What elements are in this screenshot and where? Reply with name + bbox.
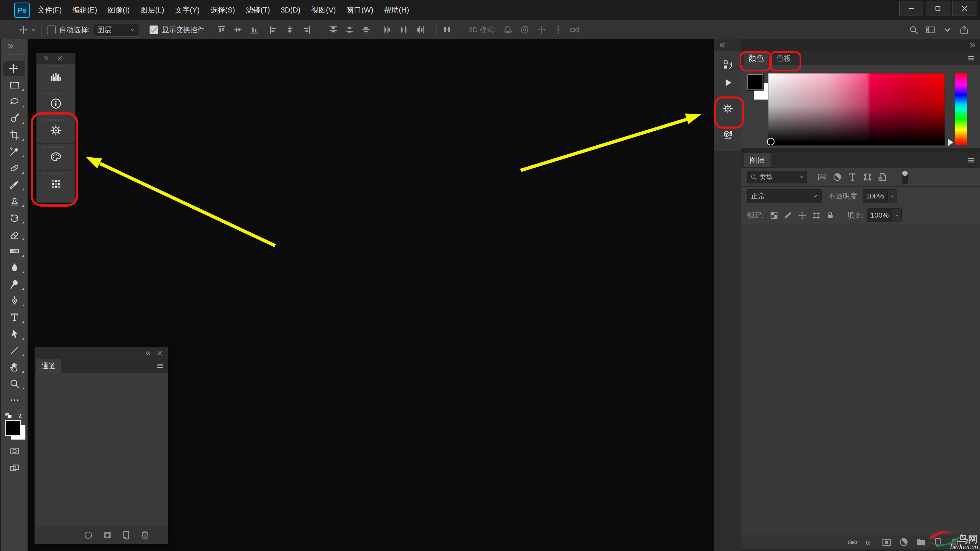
menu-item-1[interactable]: 编辑(E) [67,0,103,20]
menu-item-2[interactable]: 图像(I) [103,0,135,20]
align-vcenter-icon[interactable] [233,25,243,35]
float-close-icon[interactable] [56,55,63,62]
eyedropper-tool[interactable] [1,143,27,160]
actions-play-icon[interactable] [722,77,733,88]
show-transform-checkbox[interactable] [150,25,158,34]
histogram-icon[interactable] [37,64,75,90]
pen-tool[interactable] [1,292,27,309]
new-page-icon[interactable] [932,537,943,548]
channels-close-icon[interactable] [156,350,163,357]
adj-circle-icon[interactable] [832,172,842,182]
ellipsis[interactable] [1,392,27,408]
gradient-tool[interactable] [1,243,27,259]
tab-color[interactable]: 颜色 [744,51,768,65]
workspace-icon[interactable] [925,25,935,35]
dist-vcenter-icon[interactable] [345,25,355,35]
blur-tool[interactable] [1,259,27,276]
layers-list[interactable] [741,224,980,535]
color-panel-menu-icon[interactable] [967,54,975,62]
default-colors-icon[interactable] [4,411,13,420]
load-selection-icon[interactable] [83,530,94,541]
toolbar-expand-icon[interactable] [6,42,14,50]
quick-mask-button[interactable] [9,446,21,456]
menu-item-9[interactable]: 窗口(W) [341,0,379,20]
color-picker-cursor[interactable] [767,138,775,145]
align-left-icon[interactable] [269,25,279,35]
saturation-field[interactable] [768,73,945,146]
save-selection-icon[interactable] [102,530,113,541]
hand-tool[interactable] [1,359,27,375]
adj-half-icon[interactable] [898,537,909,548]
menu-item-3[interactable]: 图层(L) [135,0,169,20]
tab-layers[interactable]: 图层 [744,153,770,167]
dist-bottom-icon[interactable] [361,25,371,35]
tab-swatches[interactable]: 色板 [771,51,797,65]
search-icon[interactable] [908,25,919,35]
panel-expand-icon[interactable] [968,41,976,49]
photo-icon[interactable] [817,172,827,182]
maximize-button[interactable] [926,1,950,16]
trash-icon[interactable] [950,537,961,548]
tool-preset-chevron-icon[interactable] [30,27,36,33]
menu-item-7[interactable]: 3D(D) [275,0,306,20]
move-tool[interactable] [1,60,27,77]
lasso-tool[interactable] [1,94,27,110]
dist-right-icon[interactable] [415,25,425,35]
helm-icon[interactable] [37,117,75,144]
hue-strip[interactable] [955,73,967,145]
dist-top-icon[interactable] [328,25,339,35]
fill-dropdown-button[interactable] [892,208,902,222]
menu-item-6[interactable]: 滤镜(T) [240,0,275,20]
trash-icon[interactable] [139,530,151,541]
menu-item-10[interactable]: 帮助(H) [379,0,414,20]
menu-item-4[interactable]: 文字(Y) [170,0,205,20]
tab-channels[interactable]: 通道 [36,359,61,373]
zoom-tool[interactable] [1,375,27,392]
layer-filter-dropdown[interactable]: 类型 [747,171,807,183]
path-select-tool[interactable] [1,326,27,342]
link-icon[interactable] [847,537,858,548]
screen-mode-button[interactable] [9,463,21,473]
dock-collapse-icon[interactable] [719,41,727,49]
quick-select-tool[interactable] [1,110,27,127]
align-top-icon[interactable] [216,25,227,35]
auto-select-target-dropdown[interactable]: 图层 [94,23,139,37]
dist-hcenter-icon[interactable] [399,25,409,35]
artboard-icon[interactable] [811,210,821,220]
align-bottom-icon[interactable] [249,25,259,35]
padlock-icon[interactable] [825,210,835,220]
type-tool[interactable] [1,309,27,326]
helm-icon[interactable] [722,103,733,114]
float-expand-icon[interactable] [43,55,49,62]
brush-small-icon[interactable] [783,210,793,220]
eraser-tool[interactable] [1,226,27,243]
type-filter-icon[interactable] [847,172,858,182]
history-icon[interactable] [722,59,733,70]
swap-colors-icon[interactable] [16,411,25,421]
cube-3d-icon[interactable] [722,129,733,140]
opacity-field[interactable]: 100% [862,189,888,203]
opacity-dropdown-button[interactable] [888,189,897,203]
swatch-grid-icon[interactable] [37,171,75,197]
close-button[interactable] [953,1,977,16]
folder-icon[interactable] [915,537,926,548]
layers-panel-menu-icon[interactable] [967,156,975,165]
minimize-button[interactable] [899,1,923,16]
info-icon[interactable] [37,90,75,117]
align-right-icon[interactable] [301,25,311,35]
foreground-color-chip[interactable] [748,75,763,90]
toggle-pill-icon[interactable] [901,170,909,184]
menu-item-5[interactable]: 选择(S) [205,0,240,20]
palette-icon[interactable] [37,144,75,171]
new-page-icon[interactable] [121,530,132,541]
checker-icon[interactable] [769,210,779,220]
marquee-tool[interactable] [1,77,27,94]
foreground-color-chip[interactable] [5,420,21,436]
menu-item-8[interactable]: 视图(V) [306,0,341,20]
smart-doc-icon[interactable] [877,172,888,182]
fill-field[interactable]: 100% [867,208,892,222]
chevron-down-icon[interactable] [942,25,953,35]
shape-nodes-icon[interactable] [862,172,873,182]
stamp-tool[interactable] [1,193,27,210]
hue-slider-handle[interactable] [948,139,953,146]
